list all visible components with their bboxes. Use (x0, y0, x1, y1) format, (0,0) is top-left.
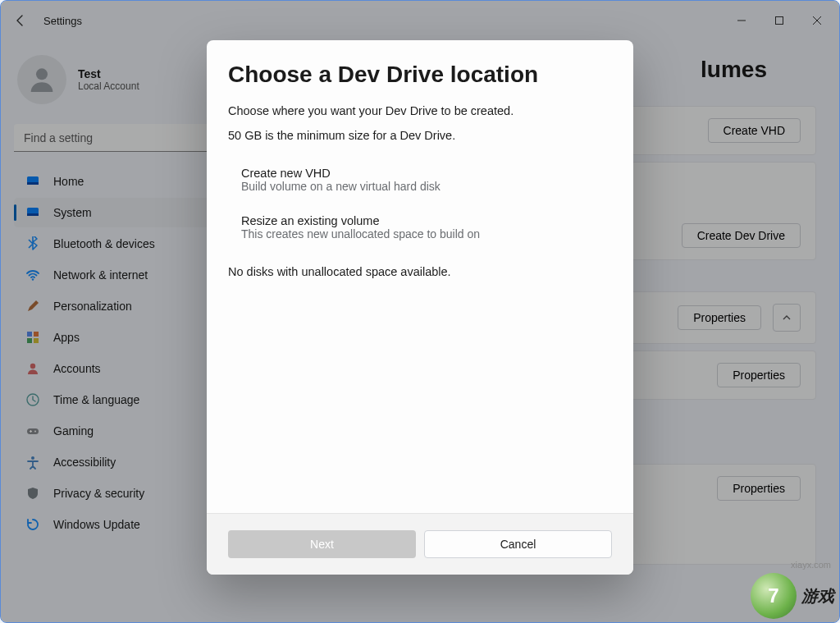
dialog-text-2: 50 GB is the minimum size for a Dev Driv… (228, 129, 612, 142)
cancel-button[interactable]: Cancel (424, 530, 612, 558)
option-sub: Build volume on a new virtual hard disk (241, 180, 599, 193)
option-sub: This creates new unallocated space to bu… (241, 227, 599, 240)
option-title: Create new VHD (241, 167, 599, 180)
option-create-vhd[interactable]: Create new VHD Build volume on a new vir… (228, 158, 612, 201)
dialog-title: Choose a Dev Drive location (228, 62, 612, 88)
dialog-footer: Next Cancel (207, 513, 633, 575)
dialog-info: No disks with unallocated space availabl… (228, 265, 612, 278)
modal-overlay: Choose a Dev Drive location Choose where… (1, 1, 839, 622)
dialog-text-1: Choose where you want your Dev Drive to … (228, 104, 612, 117)
next-button[interactable]: Next (228, 530, 416, 558)
option-resize-volume[interactable]: Resize an existing volume This creates n… (228, 206, 612, 249)
dev-drive-dialog: Choose a Dev Drive location Choose where… (207, 40, 633, 575)
option-title: Resize an existing volume (241, 214, 599, 227)
